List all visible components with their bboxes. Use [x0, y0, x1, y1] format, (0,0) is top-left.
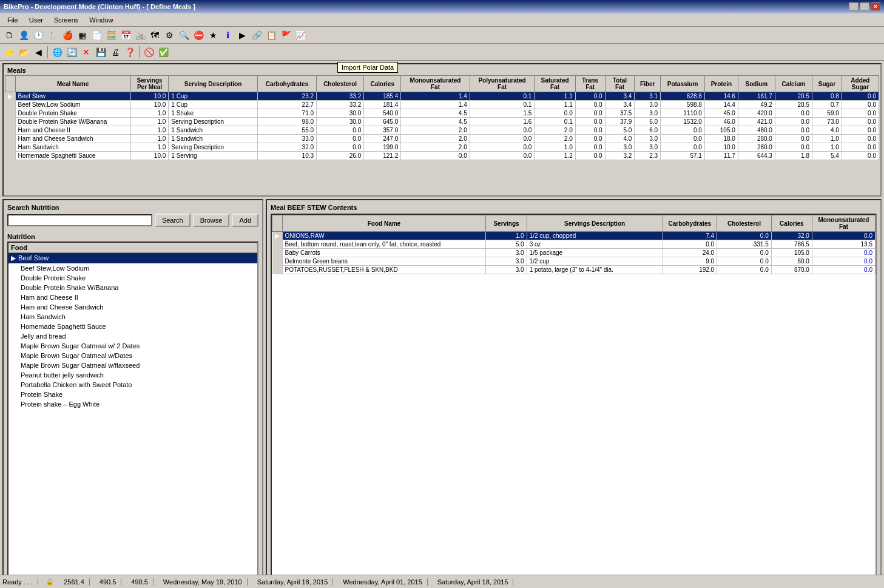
search-nutrition-input[interactable] — [7, 214, 152, 226]
tb-clock-icon[interactable]: 🕐 — [32, 29, 45, 42]
close-button[interactable]: ✕ — [871, 2, 880, 11]
meals-scroll[interactable]: Meal Name ServingsPer Meal Serving Descr… — [5, 75, 879, 194]
tb-reload-icon[interactable]: 🔄 — [65, 46, 78, 59]
tb-back-icon[interactable]: ◀ — [32, 46, 45, 59]
window-controls: ─ □ ✕ — [849, 2, 880, 11]
mc-col-serving-desc: Servings Description — [527, 215, 663, 232]
meals-row[interactable]: Double Protein Shake 1.0 1 Shake 71.0 30… — [5, 109, 879, 118]
browse-button[interactable]: Browse — [193, 214, 230, 227]
tb-bike-icon[interactable]: 🚲 — [133, 29, 147, 42]
tb-doc-icon[interactable]: 📄 — [90, 29, 103, 42]
tb-star-icon[interactable]: ★ — [206, 29, 220, 42]
sat-cell: 2.0 — [535, 135, 575, 143]
tb-refresh-icon[interactable]: ⭐ — [2, 46, 16, 59]
menu-item-user[interactable]: User — [24, 15, 48, 25]
meal-content-row[interactable]: Baby Carrots 3.0 1/5 package 24.0 0.0 10… — [272, 249, 876, 257]
nutrition-list-item[interactable]: Peanut butter jelly sandwich — [8, 370, 257, 380]
meals-row[interactable]: Homemade Spaghetti Sauce 10.0 1 Serving … — [5, 152, 879, 160]
status-ready: Ready . . . — [2, 578, 38, 586]
row-indicator: ▶ — [5, 92, 16, 101]
mc-carbs-cell: 24.0 — [663, 249, 717, 257]
tb-print-icon[interactable]: 🖨 — [109, 46, 122, 59]
minimize-button[interactable]: ─ — [849, 2, 859, 11]
meals-row[interactable]: Double Protein Shake W/Banana 1.0 Servin… — [5, 118, 879, 126]
add-sugar-cell: 0.0 — [842, 118, 879, 126]
nutrition-list-item[interactable]: Double Protein Shake W/Banana — [8, 283, 257, 292]
tb-info-icon[interactable]: ℹ — [221, 29, 234, 42]
row-indicator — [5, 118, 16, 126]
meal-content-row[interactable]: Beef, bottom round, roast,lean only, 0" … — [272, 240, 876, 249]
tb-xstop-icon[interactable]: ✕ — [79, 46, 93, 59]
tb-apple-icon[interactable]: 🍎 — [61, 29, 74, 42]
nutrition-list-scroll[interactable]: ▶Beef StewBeef Stew,Low SodiumDouble Pro… — [8, 253, 257, 576]
nutrition-list-item[interactable]: Ham and Cheese Sandwich — [8, 302, 257, 312]
tb-check-icon[interactable]: ✅ — [157, 46, 170, 59]
nutrition-list-item[interactable]: Beef Stew,Low Sodium — [8, 263, 257, 273]
col-calcium: Calcium — [775, 76, 812, 92]
meal-name-cell: Ham Sandwich — [15, 143, 130, 152]
pot-cell: 1532.0 — [661, 118, 705, 126]
nutrition-list-item[interactable]: Maple Brown Sugar Oatmeal w/flaxseed — [8, 360, 257, 370]
meals-row[interactable]: Ham and Cheese II 1.0 1 Sandwich 55.0 0.… — [5, 126, 879, 135]
nutrition-list-item[interactable]: Portabella Chicken with Sweet Potato — [8, 380, 257, 390]
meal-content-row[interactable]: POTATOES,RUSSET,FLESH & SKN,BKD 3.0 1 po… — [272, 266, 876, 274]
nutrition-list-item[interactable]: Ham and Cheese II — [8, 292, 257, 302]
tb-play-icon[interactable]: ▶ — [235, 29, 249, 42]
meal-name-cell: Double Protein Shake — [15, 109, 130, 118]
tb-connect-icon[interactable]: 🔗 — [250, 29, 263, 42]
tb-chart-icon[interactable]: 📈 — [294, 29, 307, 42]
tb-help-icon[interactable]: ❓ — [123, 46, 137, 59]
tb-globe-icon[interactable]: 🌐 — [50, 46, 64, 59]
tb-copy-icon[interactable]: 📋 — [265, 29, 278, 42]
mc-col-servings: Servings — [486, 215, 527, 232]
menu-item-file[interactable]: File — [2, 15, 23, 25]
nutrition-list-item[interactable]: Maple Brown Sugar Oatmeal w/ 2 Dates — [8, 341, 257, 351]
nutrition-list-item[interactable]: Maple Brown Sugar Oatmeal w/Dates — [8, 351, 257, 360]
tb-user-icon[interactable]: 👤 — [17, 29, 30, 42]
poly-cell: 0.0 — [470, 135, 535, 143]
nutrition-list-item[interactable]: Double Protein Shake — [8, 273, 257, 283]
tb-calc-icon[interactable]: 🧮 — [104, 29, 118, 42]
tb-search-icon[interactable]: 🔍 — [177, 29, 191, 42]
col-added-sugar: AddedSugar — [842, 76, 879, 92]
add-sugar-cell: 0.0 — [842, 143, 879, 152]
meal-contents-scroll[interactable]: Food Name Servings Servings Description … — [271, 214, 877, 581]
menu-item-screens[interactable]: Screens — [49, 15, 83, 25]
search-nutrition-section: Search Nutrition Search Browse Add — [5, 201, 261, 232]
sod-cell: 480.0 — [738, 126, 775, 135]
nutrition-list-item[interactable]: Jelly and bread — [8, 331, 257, 341]
sod-cell: 161.7 — [738, 92, 775, 101]
meal-content-row[interactable]: ▶ ONIONS,RAW 1.0 1/2 cup, chopped 7.4 0.… — [272, 232, 876, 240]
tb-grid-icon[interactable]: ▦ — [75, 29, 89, 42]
prot-cell: 14.6 — [704, 92, 738, 101]
search-button[interactable]: Search — [155, 214, 191, 227]
prot-cell: 46.0 — [704, 118, 738, 126]
meals-row[interactable]: ▶ Beef Stew 10.0 1 Cup 23.2 33.2 185.4 1… — [5, 92, 879, 101]
tb-new-icon[interactable]: 🗋 — [2, 29, 16, 42]
tb-fork-icon[interactable]: 🍴 — [46, 29, 59, 42]
menu-item-window[interactable]: Window — [84, 15, 118, 25]
nutrition-list-item[interactable]: Protein shake – Egg White — [8, 399, 257, 409]
tb-save-icon[interactable]: 💾 — [94, 46, 107, 59]
sugar-cell: 73.0 — [812, 118, 842, 126]
nutrition-list-item[interactable]: Ham Sandwich — [8, 312, 257, 322]
nutrition-list-item[interactable]: ▶Beef Stew — [8, 253, 257, 263]
mc-row-indicator — [272, 240, 283, 249]
tb-cancel-icon[interactable]: 🚫 — [142, 46, 155, 59]
meals-row[interactable]: Ham Sandwich 1.0 Serving Description 32.… — [5, 143, 879, 152]
tb-flag-icon[interactable]: 🚩 — [279, 29, 292, 42]
tb-map-icon[interactable]: 🗺 — [148, 29, 161, 42]
sod-cell: 421.0 — [738, 118, 775, 126]
maximize-button[interactable]: □ — [860, 2, 869, 11]
tb-stop-icon[interactable]: ⛔ — [192, 29, 205, 42]
nutrition-list-item[interactable]: Protein Shake — [8, 390, 257, 399]
carbs-cell: 22.7 — [257, 101, 316, 109]
meals-row[interactable]: Beef Stew,Low Sodium 10.0 1 Cup 22.7 33.… — [5, 101, 879, 109]
tb-folder-icon[interactable]: 📂 — [17, 46, 30, 59]
tb-gear-icon[interactable]: ⚙ — [163, 29, 176, 42]
nutrition-list-item[interactable]: Homemade Spaghetti Sauce — [8, 322, 257, 331]
meals-row[interactable]: Ham and Cheese Sandwich 1.0 1 Sandwich 3… — [5, 135, 879, 143]
meal-content-row[interactable]: Delmonte Green beans 3.0 1/2 cup 9.0 0.0… — [272, 257, 876, 266]
tb-calendar-icon[interactable]: 📅 — [119, 29, 132, 42]
add-button[interactable]: Add — [232, 214, 258, 227]
